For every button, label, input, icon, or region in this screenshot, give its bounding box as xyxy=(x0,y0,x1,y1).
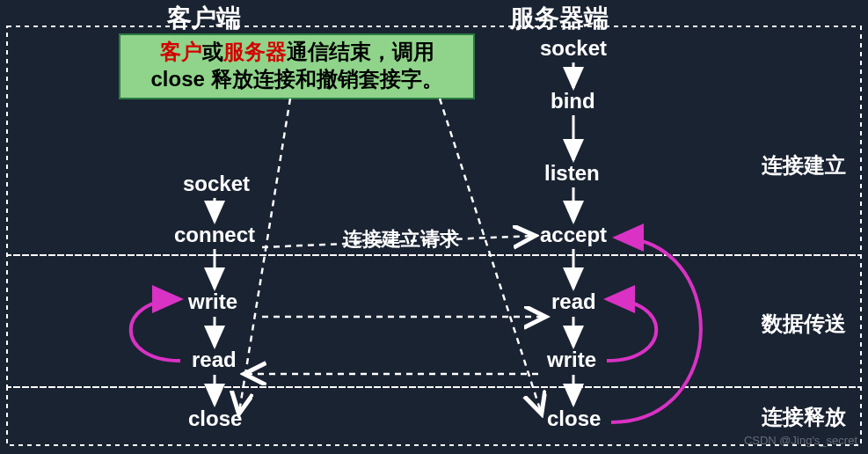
callout-line2-rest: 释放连接和撤销套接字。 xyxy=(211,67,443,91)
loop-server-write-read xyxy=(607,299,656,361)
callout-line2: close 释放连接和撤销套接字。 xyxy=(128,65,466,92)
client-connect: connect xyxy=(174,223,255,247)
phase-transfer-box xyxy=(7,255,861,387)
loop-server-close-accept xyxy=(611,238,701,422)
client-write: write xyxy=(188,289,237,314)
callout-line1: 客户或服务器通信结束，调用 xyxy=(128,38,466,65)
client-title: 客户端 xyxy=(167,2,241,35)
phase-transfer-label: 数据传送 xyxy=(762,310,846,338)
client-read: read xyxy=(192,348,237,372)
callout-red-server: 服务器 xyxy=(223,40,287,63)
phase-establish-label: 连接建立 xyxy=(762,151,846,179)
callout-close-word: close xyxy=(150,67,210,91)
diagram-root: 客户端 服务器端 客户或服务器通信结束，调用 close 释放连接和撤销套接字。… xyxy=(0,0,868,454)
watermark: CSDN @Jing's_secret xyxy=(744,434,857,447)
phase-release-label: 连接释放 xyxy=(762,403,846,431)
connection-request-label: 连接建立请求 xyxy=(343,226,459,253)
server-write: write xyxy=(547,348,596,372)
server-close: close xyxy=(547,406,601,431)
callout-to-client-close xyxy=(239,99,290,412)
server-accept: accept xyxy=(540,223,607,247)
client-close: close xyxy=(188,406,242,431)
callout-red-client: 客户 xyxy=(160,40,202,63)
server-listen: listen xyxy=(544,161,600,186)
server-bind: bind xyxy=(551,89,595,114)
server-socket: socket xyxy=(540,36,607,61)
server-title: 服务器端 xyxy=(510,2,609,35)
callout-tail: 通信结束，调用 xyxy=(287,40,434,63)
callout-to-server-close xyxy=(440,99,541,412)
loop-client-read-write xyxy=(131,299,180,361)
callout-box: 客户或服务器通信结束，调用 close 释放连接和撤销套接字。 xyxy=(119,33,475,99)
phase-release-box xyxy=(7,387,861,445)
server-read: read xyxy=(551,289,596,314)
callout-mid: 或 xyxy=(202,40,223,63)
client-socket: socket xyxy=(183,172,250,196)
